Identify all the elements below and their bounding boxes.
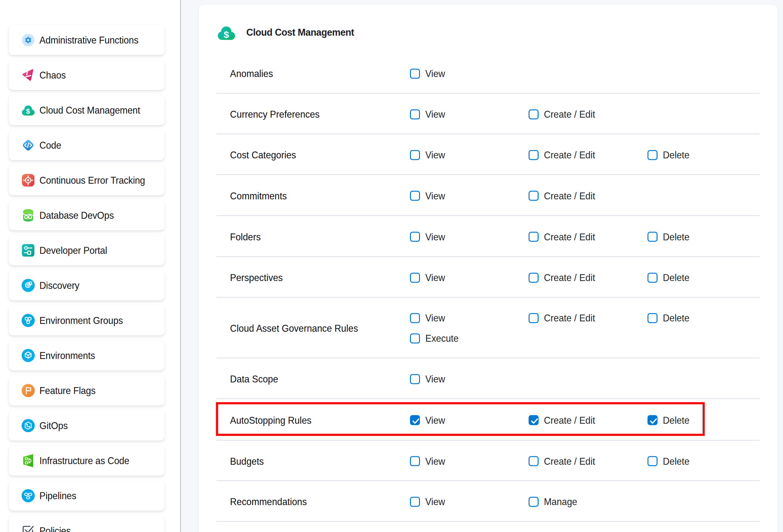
svg-text:$: $ [26,107,30,115]
svg-text:$: $ [224,29,229,40]
